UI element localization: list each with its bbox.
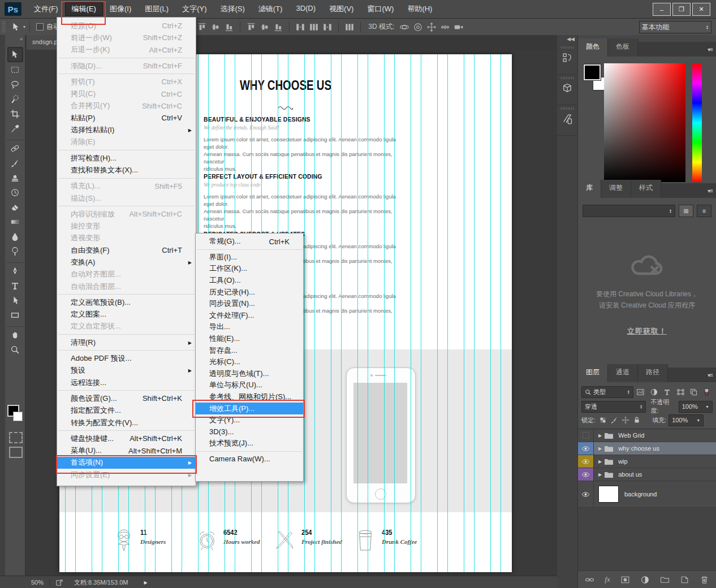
tab-swatches[interactable]: 色板 <box>608 38 638 57</box>
menubar-item[interactable]: 3D(D) <box>289 2 322 16</box>
link-layers-icon[interactable] <box>585 575 594 585</box>
pen-tool[interactable] <box>7 262 24 278</box>
add-mask-icon[interactable] <box>620 575 630 585</box>
auto-select-checkbox[interactable] <box>36 23 44 31</box>
menubar-item[interactable]: 滤镜(T) <box>252 2 290 16</box>
guide-line[interactable] <box>394 54 395 572</box>
library-select-dropdown[interactable]: ▲▼ <box>583 205 675 217</box>
visibility-toggle[interactable] <box>578 468 594 481</box>
distribute-bottom-icon[interactable] <box>322 22 333 32</box>
properties-panel-button[interactable] <box>557 75 577 105</box>
guide-line[interactable] <box>474 54 475 572</box>
new-adjustment-layer-icon[interactable] <box>640 575 650 585</box>
menu-item[interactable]: 菜单(U)...Alt+Shift+Ctrl+M <box>57 445 196 457</box>
menu-item[interactable]: 转换为配置文件(V)... <box>57 417 196 429</box>
history-brush-tool[interactable] <box>8 185 23 200</box>
menubar-item[interactable]: 帮助(H) <box>400 2 439 16</box>
menu-item[interactable]: 定义画笔预设(B)... <box>57 296 196 308</box>
filter-type-dropdown[interactable]: 类型 ▲▼ <box>581 386 633 398</box>
guide-line[interactable] <box>490 54 491 572</box>
menu-item[interactable]: 暂存盘... <box>196 344 303 356</box>
align-vcenter-icon[interactable] <box>260 22 270 32</box>
grid-view-button[interactable]: ⊞ <box>679 205 693 217</box>
clone-stamp-tool[interactable] <box>8 171 23 185</box>
layer-row[interactable]: ▶about us <box>578 468 716 481</box>
eyedropper-tool[interactable] <box>8 122 23 136</box>
zoom-level[interactable]: 50% <box>31 579 44 586</box>
status-menu-arrow-icon[interactable]: ▶ <box>144 580 147 585</box>
guide-line[interactable] <box>411 54 411 572</box>
toolbox-collapse-icon[interactable]: » <box>5 35 25 46</box>
expand-group-icon[interactable]: ▶ <box>598 459 602 464</box>
menu-item[interactable]: 拼写检查(H)... <box>57 152 196 164</box>
type-tool[interactable] <box>8 279 23 293</box>
menu-item[interactable]: 同步设置(N)... <box>196 298 303 310</box>
tab-channels[interactable]: 通道 <box>608 364 638 382</box>
guide-line[interactable] <box>368 54 368 572</box>
guide-line[interactable] <box>341 54 342 572</box>
filter-type-layers-button[interactable] <box>661 387 672 397</box>
guide-line[interactable] <box>304 54 305 572</box>
hue-slider[interactable] <box>692 63 702 182</box>
tab-layers[interactable]: 图层 <box>578 364 608 382</box>
guide-line[interactable] <box>314 54 315 572</box>
close-button[interactable]: ✕ <box>692 3 710 16</box>
filter-pixel-layers-button[interactable] <box>635 387 646 397</box>
export-icon[interactable] <box>55 578 64 587</box>
tab-color[interactable]: 颜色 <box>578 38 608 57</box>
menu-item[interactable]: 单位与标尺(U)... <box>196 379 303 391</box>
menu-item[interactable]: 选择性粘贴(I)▶ <box>57 124 196 136</box>
tab-libraries[interactable]: 库 <box>578 180 601 198</box>
visibility-toggle[interactable] <box>578 442 594 455</box>
guide-line[interactable] <box>464 54 464 572</box>
guide-line[interactable] <box>437 54 438 572</box>
menu-item[interactable]: 文字(Y)... <box>196 414 303 426</box>
visibility-toggle[interactable] <box>578 481 594 507</box>
delete-layer-icon[interactable] <box>700 575 709 585</box>
expand-group-icon[interactable]: ▶ <box>598 433 602 438</box>
hand-tool[interactable] <box>7 326 24 342</box>
menu-item[interactable]: 3D(3)... <box>196 426 303 438</box>
menubar-item[interactable]: 选择(S) <box>213 2 251 16</box>
distribute-top-icon[interactable] <box>295 22 305 32</box>
panel-menu-icon[interactable]: ▾≡ <box>708 188 713 194</box>
new-layer-icon[interactable] <box>680 575 689 585</box>
menu-item[interactable]: 工具(O)... <box>196 275 303 287</box>
guide-line[interactable] <box>384 54 385 572</box>
screen-mode-button[interactable] <box>9 447 23 458</box>
healing-brush-tool[interactable] <box>7 140 24 155</box>
expand-group-icon[interactable]: ▶ <box>598 472 602 477</box>
dodge-tool[interactable] <box>8 244 23 258</box>
quick-select-tool[interactable] <box>8 92 23 106</box>
opacity-field[interactable]: 100% ▼ <box>679 401 713 413</box>
menu-item[interactable]: 界面(I)... <box>196 252 303 263</box>
guide-line[interactable] <box>447 54 448 572</box>
tab-styles[interactable]: 样式 <box>631 180 661 198</box>
guide-line[interactable] <box>421 54 421 572</box>
menubar-item[interactable]: 文件(F) <box>27 2 65 16</box>
options-grip[interactable] <box>2 21 6 33</box>
menu-item[interactable]: 变换(A)▶ <box>57 256 196 268</box>
blur-tool[interactable] <box>8 230 23 244</box>
menu-item[interactable]: 性能(E)... <box>196 333 303 345</box>
menu-item[interactable]: 远程连接... <box>57 377 196 388</box>
brush-tool[interactable] <box>8 156 23 170</box>
tool-preset-caret-icon[interactable]: ▾ <box>23 24 25 29</box>
menu-item[interactable]: 粘贴(P)Ctrl+V <box>57 112 196 124</box>
layer-name[interactable]: background <box>624 491 657 498</box>
tab-paths[interactable]: 路径 <box>638 364 668 382</box>
guide-line[interactable] <box>357 54 358 572</box>
menu-item[interactable]: 增效工具(P)... <box>196 403 303 414</box>
menu-item[interactable]: 技术预览(J)... <box>196 438 303 449</box>
marquee-tool[interactable] <box>8 63 23 77</box>
new-group-icon[interactable] <box>660 575 670 585</box>
menubar-item[interactable]: 编辑(E) <box>65 2 103 16</box>
layer-row[interactable]: ▶Web Grid <box>578 429 716 442</box>
filter-smartobject-layers-button[interactable] <box>688 387 699 397</box>
menu-item[interactable]: 文件处理(F)... <box>196 310 303 322</box>
panel-menu-icon[interactable]: ▾≡ <box>708 46 713 53</box>
filter-shape-layers-button[interactable] <box>675 387 686 397</box>
minimize-button[interactable]: – <box>653 3 671 16</box>
3d-pan-icon[interactable] <box>426 22 437 32</box>
gradient-tool[interactable] <box>8 215 23 229</box>
